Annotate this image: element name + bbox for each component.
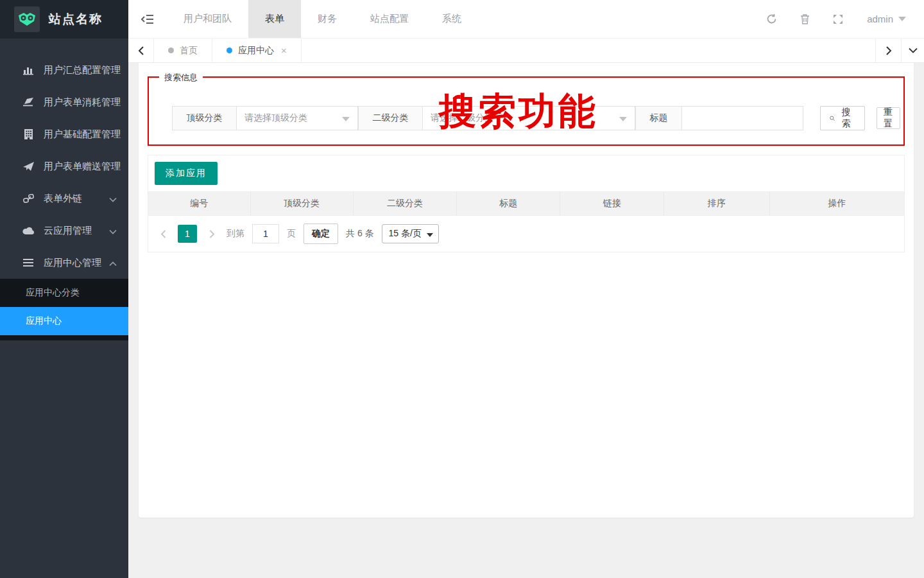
bar-chart-icon [22,66,35,75]
sidebar-item-label: 表单外链 [44,193,109,205]
sidebar-item-user-base-config[interactable]: 用户基础配置管理 [0,118,128,150]
sidebar-item-label: 用户表单赠送管理 [44,161,121,173]
username: admin [867,13,893,24]
sidebar-item-user-summary[interactable]: 用户汇总配置管理 [0,54,128,86]
col-top-category: 顶级分类 [250,192,353,216]
search-icon [830,114,835,123]
reset-button[interactable]: 重置 [877,107,900,129]
select-placeholder: 请选择二级分类 [431,112,493,124]
tab-dot-icon [168,48,174,53]
select-placeholder: 请选择顶级分类 [244,112,307,124]
app-table: 编号 顶级分类 二级分类 标题 链接 排序 操作 [148,191,904,216]
top-category-select[interactable]: 请选择顶级分类 [237,107,357,130]
collapse-sidebar-icon[interactable] [128,0,167,38]
goto-page-input[interactable] [252,224,279,243]
trash-icon[interactable] [792,7,817,31]
cloud-icon [22,227,35,235]
add-app-button[interactable]: 添加应用 [155,162,218,185]
sub-category-field: 二级分类 请选择二级分类 [358,106,635,130]
field-label: 顶级分类 [173,107,237,130]
col-sort: 排序 [663,192,769,216]
tab-home[interactable]: 首页 [154,39,212,62]
col-id: 编号 [148,192,250,216]
tab-label: 首页 [180,45,198,57]
list-icon [22,259,35,267]
tabs-scroll-left-icon[interactable] [128,39,154,62]
prev-page-icon[interactable] [156,225,170,242]
goto-label: 到第 [227,228,244,240]
chevron-down-icon [109,225,117,236]
sidebar-submenu: 应用中心分类 应用中心 [0,279,128,340]
tabs-menu-icon[interactable] [901,39,924,62]
paper-plane-icon [22,162,35,171]
field-label: 标题 [636,107,682,130]
eraser-icon [22,98,35,107]
topnav-item-finance[interactable]: 财务 [301,0,354,38]
owl-logo-icon [14,6,40,32]
topnav-item-forms[interactable]: 表单 [248,0,301,38]
tab-app-center[interactable]: 应用中心 × [212,39,302,62]
main-content: 搜索信息 顶级分类 请选择顶级分类 二级分类 请选择二级分类 [128,63,924,578]
tab-bar: 首页 应用中心 × [128,39,924,63]
chevron-down-icon [342,117,350,121]
tabs-scroll-right-icon[interactable] [875,39,901,62]
page-unit-label: 页 [287,228,296,240]
tab-dot-icon [227,48,232,53]
top-category-field: 顶级分类 请选择顶级分类 [172,106,358,130]
next-page-icon[interactable] [205,225,219,242]
user-menu[interactable]: admin [859,13,906,24]
col-sub-category: 二级分类 [353,192,456,216]
confirm-page-button[interactable]: 确定 [304,223,338,244]
topnav-item-site-config[interactable]: 站点配置 [354,0,425,38]
pagination: 1 到第 页 确定 共 6 条 15 条/页 [148,216,904,252]
title-input[interactable] [682,107,803,130]
sidebar-item-app-center-mgmt[interactable]: 应用中心管理 [0,247,128,279]
chevron-up-icon [109,258,117,268]
content-card: 搜索信息 顶级分类 请选择顶级分类 二级分类 请选择二级分类 [139,63,914,518]
fullscreen-icon[interactable] [826,7,850,31]
page-size-value: 15 条/页 [389,228,422,240]
col-actions: 操作 [769,192,904,216]
sidebar-item-form-gift[interactable]: 用户表单赠送管理 [0,150,128,182]
sidebar-item-label: 应用中心管理 [44,257,109,269]
app-window: 站点名称 用户和团队 表单 财务 站点配置 系统 [0,0,924,578]
submenu-item-app-center-category[interactable]: 应用中心分类 [0,279,128,307]
total-count-label: 共 6 条 [346,228,374,240]
chevron-down-icon [427,233,433,237]
title-field: 标题 [635,106,803,130]
topnav-item-system[interactable]: 系统 [425,0,478,38]
site-title: 站点名称 [49,11,103,28]
table-toolbar: 添加应用 [148,155,904,191]
page-size-select[interactable]: 15 条/页 [382,224,439,243]
sidebar-item-label: 云应用管理 [44,225,109,237]
topnav-item-users-teams[interactable]: 用户和团队 [167,0,248,38]
submenu-item-app-center[interactable]: 应用中心 [0,307,128,335]
table-panel: 添加应用 编号 顶级分类 二级分类 标题 链接 排序 [148,155,905,252]
page-number-current[interactable]: 1 [178,225,197,243]
brand-block: 站点名称 [0,0,128,39]
search-panel: 搜索信息 顶级分类 请选择顶级分类 二级分类 请选择二级分类 [148,76,905,146]
tab-label: 应用中心 [238,45,274,57]
close-icon[interactable]: × [281,45,287,56]
chevron-down-icon [109,193,117,204]
sub-category-select[interactable]: 请选择二级分类 [423,107,635,130]
search-button[interactable]: 搜 索 [820,106,865,130]
field-label: 二级分类 [359,107,423,130]
sidebar-item-form-external-link[interactable]: 表单外链 [0,182,128,215]
col-link: 链接 [560,192,663,216]
table-header-row: 编号 顶级分类 二级分类 标题 链接 排序 操作 [148,192,904,216]
chevron-down-icon [619,117,627,121]
chevron-down-icon [898,17,906,21]
search-button-label: 搜 索 [839,107,855,130]
col-title: 标题 [457,192,560,216]
search-panel-title: 搜索信息 [159,72,203,83]
sidebar-item-cloud-app[interactable]: 云应用管理 [0,215,128,247]
building-icon [22,129,35,139]
link-icon [22,194,35,204]
header-actions: admin [759,0,924,38]
sidebar-item-label: 用户汇总配置管理 [44,64,121,76]
sidebar-item-form-consumption[interactable]: 用户表单消耗管理 [0,86,128,118]
refresh-icon[interactable] [759,7,783,31]
sidebar-item-label: 用户基础配置管理 [44,128,121,141]
top-navigation: 用户和团队 表单 财务 站点配置 系统 [167,0,478,38]
